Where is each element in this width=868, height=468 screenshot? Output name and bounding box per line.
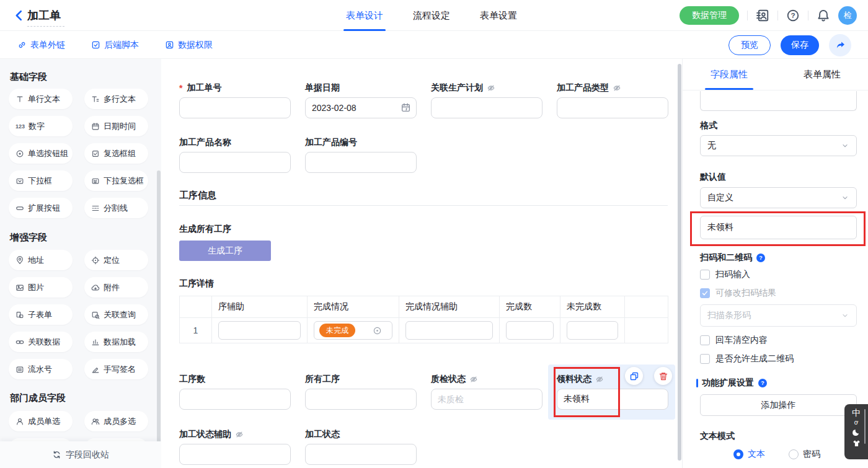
- field-type-multi-select[interactable]: 下拉复选框: [84, 170, 148, 191]
- checkbox-allow-qrcode[interactable]: 是否允许生成二维码: [700, 353, 794, 364]
- process-product-code-input[interactable]: [305, 152, 417, 173]
- process-status-aux-input[interactable]: [179, 444, 291, 465]
- field-process-order-no[interactable]: *加工单号: [179, 82, 291, 118]
- field-all-processes[interactable]: 所有工序: [305, 373, 417, 410]
- contact-book-icon[interactable]: [756, 9, 769, 22]
- uncompleted-count-input[interactable]: [567, 321, 618, 340]
- canvas-row-2: 加工产品名称 加工产品编号: [179, 136, 668, 173]
- field-process-product-code[interactable]: 加工产品编号: [305, 136, 417, 173]
- tab-form-setting[interactable]: 表单设置: [480, 0, 517, 31]
- field-process-product-name[interactable]: 加工产品名称: [179, 136, 291, 173]
- tab-form-design[interactable]: 表单设计: [346, 0, 383, 31]
- quality-check-status-input[interactable]: [431, 389, 542, 410]
- field-type-linked-data[interactable]: 关联数据: [9, 332, 73, 352]
- data-manage-button[interactable]: 数据管理: [680, 6, 739, 25]
- radio-circle[interactable]: [789, 449, 799, 459]
- material-pick-status-input[interactable]: [557, 389, 668, 410]
- share-button[interactable]: [829, 34, 851, 56]
- canvas-scrollbar[interactable]: [678, 64, 681, 461]
- field-type-divider[interactable]: 分割线: [84, 198, 148, 218]
- process-status-input[interactable]: [305, 444, 417, 465]
- field-process-product-type[interactable]: 加工产品类型: [557, 82, 668, 118]
- field-type-select[interactable]: 下拉框: [9, 170, 73, 191]
- radio-circle-selected[interactable]: [733, 449, 743, 459]
- user-avatar[interactable]: 检: [838, 6, 857, 25]
- field-type-radio-group[interactable]: 单选按钮组: [9, 143, 73, 164]
- generate-process-button[interactable]: 生成工序: [179, 241, 271, 261]
- field-type-extend-button[interactable]: 扩展按钮: [9, 198, 73, 218]
- single-line-text-icon: [16, 95, 24, 104]
- field-process-status[interactable]: 加工状态: [305, 428, 417, 465]
- field-type-data-load[interactable]: 数据加载: [84, 332, 148, 352]
- tab-field-properties[interactable]: 字段属性: [683, 59, 776, 90]
- checkbox-box[interactable]: [700, 354, 710, 364]
- divider: [777, 11, 778, 20]
- default-value-input[interactable]: [700, 216, 857, 239]
- field-recycle-bin[interactable]: 字段回收站: [0, 441, 161, 468]
- field-type-subform[interactable]: 子表单: [9, 304, 73, 325]
- theme-shirt-icon[interactable]: [852, 439, 861, 448]
- panel-top-input[interactable]: [700, 91, 857, 111]
- checkbox-box[interactable]: [700, 335, 710, 345]
- dark-mode-moon-icon[interactable]: [852, 428, 861, 437]
- field-type-attachment[interactable]: 附件: [84, 277, 148, 298]
- checkbox-enter-clear[interactable]: 回车清空内容: [700, 335, 768, 346]
- col-header-completed-count: 完成数: [500, 296, 560, 318]
- tab-form-properties[interactable]: 表单属性: [776, 59, 868, 90]
- language-toggle[interactable]: 中: [852, 408, 861, 418]
- field-type-number[interactable]: 123 数字: [9, 116, 73, 136]
- xu-fuzhu-input[interactable]: [218, 321, 301, 340]
- add-action-button[interactable]: 添加操作: [700, 394, 857, 416]
- col-header-xu-fuzhu: 序辅助: [212, 296, 308, 318]
- field-type-member-single[interactable]: 成员单选: [9, 411, 73, 431]
- field-material-pick-status[interactable]: 领料状态: [557, 373, 668, 410]
- checkbox-scan-input[interactable]: 扫码输入: [700, 269, 750, 280]
- all-processes-input[interactable]: [305, 389, 417, 410]
- floating-tool-widget[interactable]: 中 ơ: [844, 404, 868, 459]
- data-permission-button[interactable]: 数据权限: [165, 31, 213, 59]
- external-link-button[interactable]: 表单外链: [17, 31, 65, 59]
- field-quality-check-status[interactable]: 质检状态: [431, 373, 542, 410]
- circle-dot-icon: [373, 326, 382, 335]
- field-process-status-aux[interactable]: 加工状态辅助: [179, 428, 291, 465]
- linked-production-plan-input[interactable]: [431, 97, 542, 118]
- completion-aux-input[interactable]: [405, 321, 493, 340]
- process-product-type-input[interactable]: [557, 97, 668, 118]
- field-type-single-line-text[interactable]: 单行文本: [9, 89, 73, 109]
- backend-script-button[interactable]: 后端脚本: [91, 31, 139, 59]
- radio-text[interactable]: 文本: [733, 449, 765, 460]
- field-process-count[interactable]: 工序数: [179, 373, 291, 410]
- field-type-checkbox-group[interactable]: 复选框组: [84, 143, 148, 164]
- external-link-label: 表单外链: [30, 40, 65, 51]
- field-type-signature[interactable]: 手写签名: [84, 359, 148, 379]
- preview-button[interactable]: 预览: [728, 35, 771, 55]
- process-count-input[interactable]: [179, 389, 291, 410]
- format-select[interactable]: 无: [700, 135, 857, 156]
- help-icon[interactable]: ?: [786, 9, 800, 22]
- field-type-locate[interactable]: 定位: [84, 250, 148, 270]
- field-type-member-multi[interactable]: 成员多选: [84, 411, 148, 431]
- document-date-input[interactable]: [305, 97, 417, 118]
- small-toggle[interactable]: ơ: [854, 420, 859, 426]
- field-type-address[interactable]: 地址: [9, 250, 73, 270]
- field-document-date[interactable]: 单据日期: [305, 82, 417, 118]
- process-order-no-input[interactable]: [179, 97, 291, 118]
- completed-count-input[interactable]: [506, 321, 554, 340]
- field-type-linked-query[interactable]: 关联查询: [84, 304, 148, 325]
- field-type-datetime[interactable]: 日期时间: [84, 116, 148, 136]
- sidebar-scrollbar[interactable]: [157, 170, 161, 456]
- field-type-serial-number[interactable]: 流水号: [9, 359, 73, 379]
- field-type-image[interactable]: 图片: [9, 277, 73, 298]
- save-button[interactable]: 保存: [781, 35, 819, 55]
- field-type-multi-line-text[interactable]: 多行文本: [84, 89, 148, 109]
- chevron-down-icon: [841, 193, 849, 202]
- default-type-select[interactable]: 自定义: [700, 187, 857, 208]
- completion-status-input[interactable]: 未完成: [314, 321, 392, 340]
- checkbox-box[interactable]: [700, 270, 710, 280]
- tab-flow-setting[interactable]: 流程设定: [413, 0, 450, 31]
- field-linked-production-plan[interactable]: 关联生产计划: [431, 82, 542, 118]
- process-product-name-input[interactable]: [179, 152, 291, 173]
- notification-bell-icon[interactable]: [817, 9, 830, 22]
- back-button[interactable]: [12, 9, 26, 22]
- radio-password[interactable]: 密码: [789, 449, 820, 460]
